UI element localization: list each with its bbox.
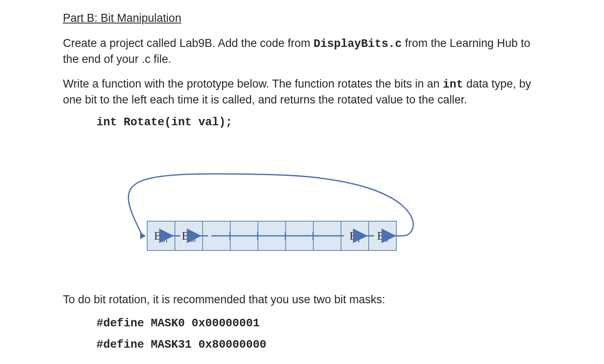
para1-code: DisplayBits.c [313, 38, 402, 50]
bit-boxes: B31 B30 B1 B0 [147, 221, 397, 251]
bit-label-30-b: B [182, 229, 190, 242]
para1-text-a: Create a project called Lab9B. Add the c… [63, 37, 313, 49]
bit-label-1-sub: 1 [357, 237, 361, 243]
bit-label-0-b: B [377, 229, 385, 242]
section-heading: Part B: Bit Manipulation [63, 12, 541, 25]
bit-box-30: B30 [174, 221, 203, 251]
mask-defines: #define MASK0 0x00000001 #define MASK31 … [96, 313, 541, 356]
diagram-arrows-svg [109, 154, 428, 271]
bit-box-1: B1 [341, 221, 369, 251]
para2-code: int [443, 78, 463, 91]
mask0-line: #define MASK0 0x00000001 [96, 317, 260, 330]
para2-text-a: Write a function with the prototype belo… [63, 77, 443, 90]
bit-rotation-diagram: B31 B30 B1 B0 [109, 154, 428, 271]
bit-box-blank-2 [230, 221, 258, 251]
paragraph-3: To do bit rotation, it is recommended th… [63, 292, 541, 307]
mask31-line: #define MASK31 0x80000000 [96, 338, 266, 351]
bit-label-0: B0 [377, 229, 388, 243]
bit-label-31-b: B [154, 229, 162, 242]
bit-label-1: B1 [349, 229, 360, 243]
bit-box-31: B31 [147, 221, 175, 251]
bit-box-blank-3 [258, 221, 286, 251]
paragraph-2: Write a function with the prototype belo… [63, 76, 541, 108]
bit-box-blank-1 [202, 221, 231, 251]
bit-label-1-b: B [349, 229, 357, 242]
paragraph-1: Create a project called Lab9B. Add the c… [63, 36, 541, 67]
rotate-arc-arrowhead [140, 232, 146, 239]
page-root: Part B: Bit Manipulation Create a projec… [0, 0, 604, 364]
bit-label-31: B31 [154, 229, 168, 243]
bit-box-blank-4 [285, 221, 314, 251]
bit-label-30: B30 [182, 229, 196, 243]
bit-label-30-sub: 30 [190, 237, 196, 243]
bit-box-0: B0 [368, 221, 397, 251]
bit-label-0-sub: 0 [385, 237, 388, 243]
bit-label-31-sub: 31 [162, 237, 168, 243]
bit-box-blank-5 [313, 221, 341, 251]
prototype-code: int Rotate(int val); [96, 116, 541, 129]
